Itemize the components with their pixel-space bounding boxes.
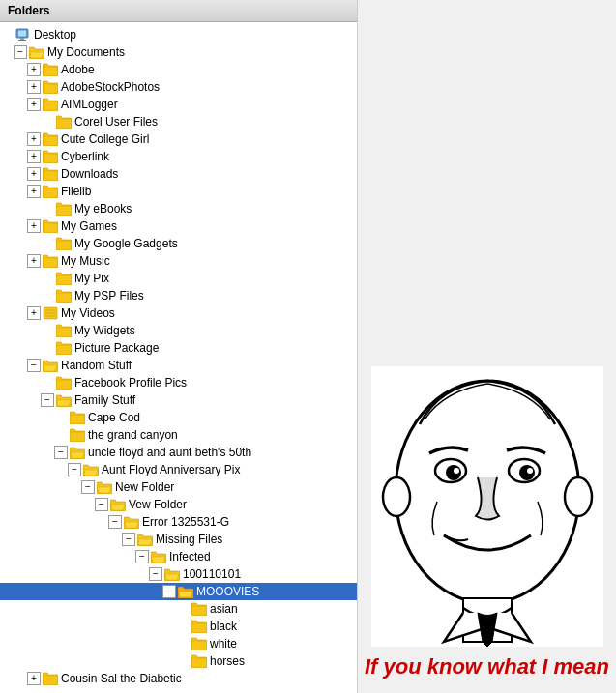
folder-highlighted-icon [178, 585, 193, 598]
tree-item-mooovies[interactable]: − MOOOVIES [0, 583, 358, 600]
tree-item-picpkg[interactable]: Picture Package [0, 339, 358, 357]
tree-expander-missing[interactable]: − [122, 533, 135, 546]
tree-expander-adobe[interactable]: + [27, 63, 41, 76]
tree-item-random[interactable]: − Random Stuff [0, 357, 358, 374]
tree-expander-music[interactable]: + [27, 254, 41, 268]
tree-item-label-cousin: Cousin Sal the Diabetic [61, 671, 182, 686]
tree-item-cyberlink[interactable]: + Cyberlink [0, 148, 358, 165]
tree-item-mydocs[interactable]: − My Documents [0, 43, 358, 61]
tree-expander-adobestock[interactable]: + [27, 80, 41, 94]
tree-item-cousin[interactable]: + Cousin Sal the Diabetic [0, 670, 358, 687]
tree-item-psp[interactable]: My PSP Files [0, 287, 358, 304]
tree-expander-downloads[interactable]: + [27, 167, 41, 181]
expander-placeholder [176, 602, 190, 616]
tree-item-unclebeth[interactable]: − uncle floyd and aunt beth's 50th [0, 444, 358, 461]
tree-item-widgets[interactable]: My Widgets [0, 322, 358, 339]
tree-item-error[interactable]: − Error 1325531-G [0, 513, 358, 531]
meme-caption: If you know what I mean [361, 650, 613, 683]
svg-rect-2 [20, 38, 24, 40]
tree-item-music[interactable]: + My Music [0, 252, 358, 270]
folder-icon [56, 237, 72, 250]
tree-item-games[interactable]: + My Games [0, 217, 358, 235]
tree-item-newfolder[interactable]: − New Folder [0, 478, 358, 496]
tree-item-black[interactable]: black [0, 618, 358, 635]
tree-expander-games[interactable]: + [27, 219, 41, 233]
tree-item-downloads[interactable]: + Downloads [0, 165, 358, 183]
tree-item-label-black: black [210, 619, 237, 634]
tree-item-family[interactable]: − Family Stuff [0, 391, 358, 409]
tree-expander-cute[interactable]: + [27, 132, 41, 146]
tree-item-fbpics[interactable]: Facebook Profile Pics [0, 374, 358, 391]
tree-item-grandcanyon[interactable]: the grand canyon [0, 426, 358, 444]
computer-icon [15, 28, 31, 42]
folder-open-icon [56, 393, 72, 407]
svg-point-10 [383, 477, 410, 516]
tree-expander-vewfolder[interactable]: − [95, 498, 108, 511]
tree-expander-random[interactable]: − [27, 359, 41, 372]
tree-item-label-floydan: Aunt Floyd Anniversary Pix [102, 462, 240, 477]
tree-expander-unclebeth[interactable]: − [54, 446, 68, 459]
tree-item-infected[interactable]: − Infected [0, 548, 358, 565]
tree-item-cute[interactable]: + Cute College Girl [0, 130, 358, 148]
folder-icon [56, 272, 72, 285]
tree-item-label-infected: Infected [169, 549, 211, 564]
tree-item-label-adobe: Adobe [61, 62, 95, 77]
tree-item-label-widgets: My Widgets [74, 323, 135, 338]
tree-item-mypix[interactable]: My Pix [0, 270, 358, 287]
folder-icon [191, 654, 207, 668]
folder-icon [43, 185, 58, 198]
tree-item-corel[interactable]: Corel User Files [0, 113, 358, 130]
tree-item-label-aimlogger: AIMLogger [61, 97, 118, 112]
tree-expander-floydan[interactable]: − [68, 463, 81, 476]
tree-item-aimlogger[interactable]: + AIMLogger [0, 96, 358, 113]
tree-expander-infected[interactable]: − [135, 550, 149, 563]
tree-item-vewfolder[interactable]: − Vew Folder [0, 496, 358, 513]
tree-expander-error[interactable]: − [108, 515, 122, 529]
tree-expander-videos[interactable]: + [27, 306, 41, 320]
tree-expander-filelib[interactable]: + [27, 185, 41, 198]
tree-item-adobestock[interactable]: + AdobeStockPhotos [0, 78, 358, 96]
tree-item-label-mooovies: MOOOVIES [196, 584, 259, 599]
folder-open-icon [70, 446, 85, 459]
tree-item-missing[interactable]: − Missing Files [0, 531, 358, 548]
tree-expander-aimlogger[interactable]: + [27, 98, 41, 111]
tree-item-label-filelib: Filelib [61, 184, 91, 199]
expander-placeholder [54, 411, 68, 424]
tree-item-filelib[interactable]: + Filelib [0, 183, 358, 200]
tree-item-label-missing: Missing Files [156, 532, 222, 547]
tree-item-label-downloads: Downloads [61, 166, 118, 182]
tree-item-label-newfolder: New Folder [115, 479, 174, 495]
tree-expander-mydocs[interactable]: − [14, 45, 27, 59]
tree-item-ebooks[interactable]: My eBooks [0, 200, 358, 217]
tree-item-label-vewfolder: Vew Folder [129, 497, 187, 512]
tree-item-adobe[interactable]: + Adobe [0, 61, 358, 78]
tree-item-label-corel: Corel User Files [74, 114, 158, 130]
tree-item-binary[interactable]: − 100110101 [0, 565, 358, 583]
expander-placeholder [41, 202, 54, 216]
tree-item-videos[interactable]: + My Videos [0, 304, 358, 322]
tree-item-floydan[interactable]: − Aunt Floyd Anniversary Pix [0, 461, 358, 478]
tree-item-googlegadgets[interactable]: My Google Gadgets [0, 235, 358, 252]
tree-item-horses[interactable]: horses [0, 652, 358, 670]
tree-item-label-music: My Music [61, 253, 110, 269]
folder-icon [56, 115, 72, 129]
tree-item-label-unclebeth: uncle floyd and aunt beth's 50th [88, 445, 251, 460]
tree-item-white[interactable]: white [0, 635, 358, 652]
expander-placeholder [54, 428, 68, 442]
tree-item-label-mypix: My Pix [74, 271, 109, 286]
folder-icon [43, 80, 58, 94]
expander-placeholder [41, 289, 54, 303]
folder-open-icon [110, 498, 126, 511]
tree-item-asian[interactable]: asian [0, 600, 358, 618]
tree-expander-cyberlink[interactable]: + [27, 150, 41, 163]
tree-expander-mooovies[interactable]: − [162, 585, 176, 598]
folder-icon [43, 672, 58, 685]
tree-item-capecod[interactable]: Cape Cod [0, 409, 358, 426]
tree-expander-cousin[interactable]: + [27, 672, 41, 685]
tree-item-desktop[interactable]: Desktop [0, 26, 358, 43]
tree-expander-binary[interactable]: − [149, 567, 162, 581]
tree-expander-family[interactable]: − [41, 393, 54, 407]
tree-item-label-horses: horses [210, 653, 245, 669]
folder-open-icon [83, 463, 99, 476]
tree-expander-newfolder[interactable]: − [81, 480, 95, 494]
